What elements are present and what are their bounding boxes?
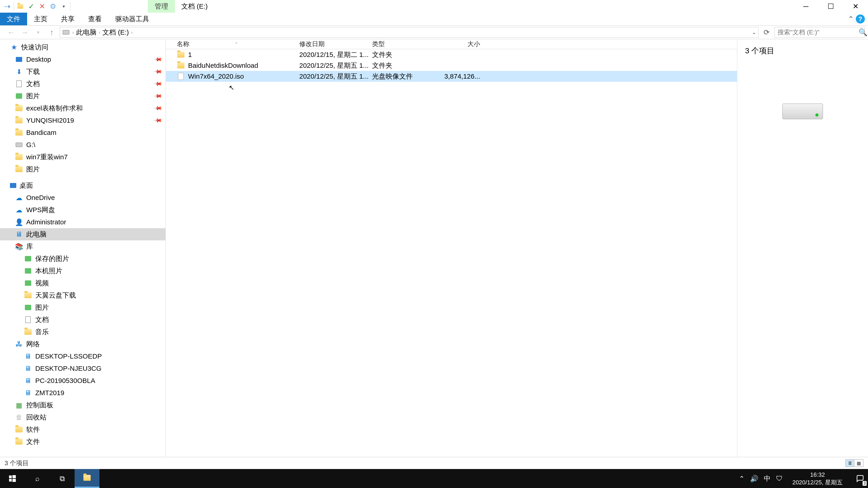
search-input[interactable] <box>778 29 859 36</box>
sidebar-item[interactable]: 文档 <box>0 314 165 326</box>
qat-properties-icon[interactable] <box>16 1 25 11</box>
qat-app-icon[interactable]: ⇢ <box>2 1 12 11</box>
details-view-button[interactable]: ≣ <box>845 459 855 467</box>
sidebar-item[interactable]: win7重装win7 <box>0 151 165 163</box>
taskbar-clock[interactable]: 16:32 2020/12/25, 星期五 <box>788 469 847 488</box>
sidebar-item[interactable]: 文件 <box>0 435 165 448</box>
breadcrumb[interactable]: 文档 (E:) <box>102 28 129 37</box>
contextual-tab[interactable]: 管理 <box>148 0 175 13</box>
column-header-type[interactable]: 类型 <box>372 40 433 48</box>
sidebar-item-label: WPS网盘 <box>26 205 55 215</box>
task-view-button[interactable]: ⧉ <box>50 469 74 488</box>
qat-settings-icon[interactable]: ⚙ <box>48 1 58 11</box>
nav-label: 桌面 <box>20 181 33 190</box>
security-icon[interactable]: 🛡 <box>776 475 783 482</box>
ime-indicator[interactable]: 中 <box>764 474 771 483</box>
sidebar-item[interactable]: 软件 <box>0 423 165 435</box>
pin-icon: 📌 <box>153 103 162 113</box>
icons-view-button[interactable]: ▦ <box>855 459 864 467</box>
qat-dropdown-icon[interactable]: ▾ <box>59 1 69 11</box>
start-button[interactable] <box>0 469 25 488</box>
ribbon-tab-share[interactable]: 共享 <box>54 13 81 25</box>
refresh-button[interactable]: ⟳ <box>761 28 772 37</box>
crumb-sep-icon[interactable]: › <box>72 30 74 35</box>
sidebar-item[interactable]: 🖥DESKTOP-LSSOEDP <box>0 350 165 362</box>
sidebar-item[interactable]: 视频 <box>0 277 165 289</box>
sidebar-item-label: 文档 <box>26 79 40 89</box>
file-date: 2020/12/25, 星期五 1... <box>299 72 372 81</box>
search-taskbar-button[interactable]: ⌕ <box>25 469 50 488</box>
breadcrumb[interactable]: 此电脑 <box>76 28 96 37</box>
sidebar-item[interactable]: 文档📌 <box>0 78 165 90</box>
file-row[interactable]: Win7x64_2020.iso2020/12/25, 星期五 1...光盘映像… <box>166 71 737 82</box>
sidebar-item[interactable]: 本机照片 <box>0 265 165 277</box>
nav-back-button[interactable]: ← <box>5 27 17 38</box>
sidebar-item[interactable]: 音乐 <box>0 326 165 338</box>
sidebar-item[interactable]: 🖥DESKTOP-NJEU3CG <box>0 362 165 375</box>
qat-delete-icon[interactable]: ✕ <box>37 1 47 11</box>
sidebar-item[interactable]: Desktop📌 <box>0 53 165 66</box>
sidebar-item[interactable]: excel表格制作求和📌 <box>0 102 165 114</box>
help-icon[interactable]: ? <box>856 14 865 24</box>
ribbon-collapse-icon[interactable]: ⌃ <box>848 15 854 23</box>
maximize-button[interactable]: ☐ <box>818 0 843 13</box>
ribbon-tab-view[interactable]: 查看 <box>81 13 108 25</box>
sidebar-item[interactable]: ⬇下载📌 <box>0 66 165 78</box>
nav-quick-access[interactable]: ★ 快速访问 <box>0 41 165 53</box>
close-button[interactable]: ✕ <box>843 0 868 13</box>
wps-icon: ☁ <box>15 206 23 214</box>
sidebar-item[interactable]: 图片 <box>0 301 165 314</box>
nav-recent-dropdown[interactable]: ▾ <box>33 27 44 38</box>
sidebar-item[interactable]: 👤Administrator <box>0 216 165 228</box>
doc-icon <box>15 80 23 88</box>
drive-icon <box>15 141 23 149</box>
action-center-button[interactable]: 3 <box>852 469 868 488</box>
crumb-sep-icon[interactable]: › <box>99 30 100 35</box>
address-box[interactable]: › 此电脑 › 文档 (E:) › ⌄ <box>60 27 758 38</box>
crumb-sep-icon[interactable]: › <box>131 30 133 35</box>
folder-icon <box>15 437 23 446</box>
column-header-name[interactable]: 名称 ⌃ <box>166 40 299 48</box>
navigation-pane[interactable]: ★ 快速访问 Desktop📌⬇下载📌文档📌图片📌excel表格制作求和📌YUN… <box>0 39 166 457</box>
column-header-date[interactable]: 修改日期 <box>299 40 372 48</box>
sidebar-item[interactable]: ☁WPS网盘 <box>0 204 165 216</box>
tray-chevron-icon[interactable]: ⌃ <box>739 475 745 483</box>
sidebar-item[interactable]: 🖥ZMT2019 <box>0 387 165 399</box>
ribbon-tab-file[interactable]: 文件 <box>0 13 27 25</box>
search-box[interactable]: 🔍 <box>774 27 865 38</box>
file-row[interactable]: BaiduNetdiskDownload2020/12/25, 星期五 1...… <box>166 60 737 71</box>
sidebar-item[interactable]: 📚库 <box>0 240 165 253</box>
sidebar-item-label: G:\ <box>26 141 35 149</box>
sidebar-item[interactable]: 天翼云盘下载 <box>0 289 165 301</box>
sidebar-item[interactable]: YUNQISHI2019📌 <box>0 114 165 127</box>
sidebar-item-label: Desktop <box>26 56 51 63</box>
sidebar-item[interactable]: 🗑回收站 <box>0 411 165 423</box>
sidebar-item[interactable]: 🖧网络 <box>0 338 165 350</box>
file-explorer-taskbar-button[interactable] <box>74 469 99 488</box>
sidebar-item[interactable]: 保存的图片 <box>0 253 165 265</box>
search-icon[interactable]: 🔍 <box>859 28 868 37</box>
minimize-button[interactable]: ─ <box>794 0 818 13</box>
file-rows: 12020/12/15, 星期二 1...文件夹BaiduNetdiskDown… <box>166 49 737 457</box>
sidebar-item[interactable]: 图片📌 <box>0 90 165 102</box>
sidebar-item[interactable]: 🖥此电脑 <box>0 228 165 240</box>
address-dropdown-icon[interactable]: ⌄ <box>752 29 756 35</box>
file-list-area: 名称 ⌃ 修改日期 类型 大小 12020/12/15, 星期二 1...文件夹… <box>166 39 737 457</box>
sidebar-item[interactable]: ☁OneDrive <box>0 192 165 204</box>
file-row[interactable]: 12020/12/15, 星期二 1...文件夹 <box>166 49 737 60</box>
sidebar-item-label: 软件 <box>26 425 40 434</box>
ribbon-tab-home[interactable]: 主页 <box>27 13 54 25</box>
volume-icon[interactable]: 🔊 <box>750 475 758 483</box>
sidebar-item[interactable]: G:\ <box>0 139 165 151</box>
sidebar-item[interactable]: ▦控制面板 <box>0 399 165 411</box>
ribbon-tab-drive-tools[interactable]: 驱动器工具 <box>108 13 156 25</box>
sidebar-item[interactable]: 🖥PC-20190530OBLA <box>0 375 165 387</box>
qat-check-icon[interactable]: ✓ <box>26 1 36 11</box>
column-header-size[interactable]: 大小 <box>433 40 487 48</box>
nav-up-button[interactable]: ↑ <box>46 27 57 38</box>
sidebar-item[interactable]: Bandicam <box>0 127 165 139</box>
nav-forward-button[interactable]: → <box>19 27 30 38</box>
nav-desktop-section[interactable]: 桌面 <box>0 180 165 192</box>
panel-icon: ▦ <box>15 401 23 409</box>
sidebar-item[interactable]: 图片 <box>0 163 165 175</box>
